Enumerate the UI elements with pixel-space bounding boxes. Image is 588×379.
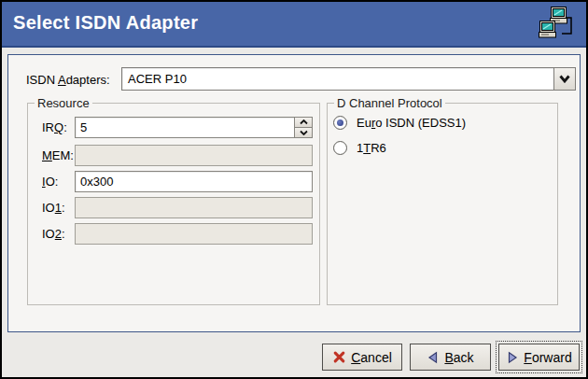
radio-1tr6-label: 1TR6 xyxy=(357,141,386,155)
io1-input xyxy=(75,197,313,218)
radio-selected-icon xyxy=(333,116,347,130)
dchannel-group: D Channel Protocol Euro ISDN (EDSS1) 1TR… xyxy=(327,103,558,305)
irq-spinner xyxy=(75,117,313,138)
io-row: IO: xyxy=(28,171,319,192)
back-button-label: Back xyxy=(444,350,473,365)
cancel-button-label: Cancel xyxy=(351,350,392,365)
io-label: IO: xyxy=(42,175,58,189)
arrow-right-icon xyxy=(506,351,519,364)
chevron-down-icon xyxy=(300,130,308,135)
io2-input xyxy=(75,223,313,245)
resource-group-title: Resource xyxy=(35,96,92,110)
content-panel: ISDN Adapters: ACER P10 Resource IRQ: xyxy=(7,54,581,332)
chevron-down-icon xyxy=(559,75,570,83)
io1-label: IO1: xyxy=(42,201,65,215)
forward-button[interactable]: Forward xyxy=(498,344,580,371)
combobox-dropdown-button[interactable] xyxy=(553,68,575,90)
back-button[interactable]: Back xyxy=(410,344,491,371)
dialog-header: Select ISDN Adapter xyxy=(2,2,586,48)
irq-spin-buttons xyxy=(294,118,312,137)
radio-unselected-icon xyxy=(333,141,347,155)
irq-label: IRQ: xyxy=(42,120,67,134)
io-input[interactable] xyxy=(75,171,313,192)
spin-down-button[interactable] xyxy=(295,128,312,137)
cancel-button[interactable]: Cancel xyxy=(322,344,402,371)
irq-row: IRQ: xyxy=(28,117,319,138)
isdn-adapter-dialog: Select ISDN Adapter xyxy=(0,0,588,379)
mem-row: MEM: xyxy=(28,145,319,166)
isdn-adapters-label: ISDN Adapters: xyxy=(26,73,110,87)
io2-row: IO2: xyxy=(28,223,319,245)
combobox-selected-value: ACER P10 xyxy=(122,72,553,86)
forward-button-label: Forward xyxy=(524,350,571,365)
isdn-adapters-combobox[interactable]: ACER P10 xyxy=(121,67,576,91)
mem-input xyxy=(75,145,313,166)
io1-row: IO1: xyxy=(28,197,319,218)
page-title: Select ISDN Adapter xyxy=(13,12,198,34)
dchannel-group-title: D Channel Protocol xyxy=(334,96,445,110)
spin-up-button[interactable] xyxy=(295,118,312,128)
resource-group: Resource IRQ: xyxy=(27,103,320,305)
arrow-left-icon xyxy=(427,351,440,364)
radio-euro-isdn-label: Euro ISDN (EDSS1) xyxy=(357,116,466,130)
io2-label: IO2: xyxy=(42,227,65,241)
dialog-button-row: Cancel Back Forward xyxy=(322,344,580,371)
network-computers-icon xyxy=(537,5,574,48)
irq-input[interactable] xyxy=(76,118,294,137)
chevron-up-icon xyxy=(300,119,308,125)
mem-label: MEM: xyxy=(42,148,74,162)
radio-1tr6[interactable]: 1TR6 xyxy=(333,140,386,156)
radio-euro-isdn[interactable]: Euro ISDN (EDSS1) xyxy=(333,115,466,131)
cancel-x-icon xyxy=(332,350,346,364)
